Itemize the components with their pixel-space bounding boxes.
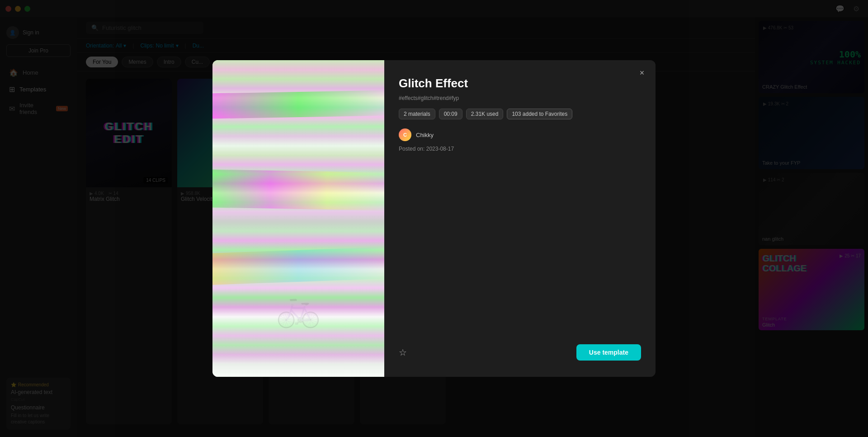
- modal-overlay: 🚲 × Glitch Effect #effects#glitch#trend#…: [0, 0, 868, 437]
- modal-posted: Posted on: 2023-08-17: [399, 146, 641, 152]
- use-template-button[interactable]: Use template: [576, 344, 641, 361]
- modal-preview-image: 🚲: [212, 60, 384, 377]
- modal-title: Glitch Effect: [399, 76, 641, 90]
- modal-preview: 🚲: [212, 60, 384, 377]
- modal-tags: #effects#glitch#trend#fyp: [399, 95, 641, 101]
- modal-content: × Glitch Effect #effects#glitch#trend#fy…: [384, 60, 656, 377]
- materials-badge: 2 materials: [399, 109, 435, 119]
- modal: 🚲 × Glitch Effect #effects#glitch#trend#…: [212, 60, 656, 377]
- color-bar-1: [212, 90, 384, 119]
- favorite-button[interactable]: ☆: [399, 347, 407, 358]
- author-name: Chikky: [416, 132, 434, 138]
- modal-footer: ☆ Use template: [399, 344, 641, 361]
- modal-meta: 2 materials 00:09 2.31K used 103 added t…: [399, 109, 641, 119]
- modal-spacer: [399, 163, 641, 344]
- modal-close-button[interactable]: ×: [636, 66, 648, 79]
- modal-author: C Chikky: [399, 128, 641, 141]
- color-bar-2: [212, 170, 384, 211]
- author-avatar: C: [399, 128, 411, 141]
- subject-icon: 🚲: [276, 287, 321, 329]
- color-bar-3: [212, 247, 384, 285]
- used-badge: 2.31K used: [466, 109, 504, 119]
- favorites-badge: 103 added to Favorites: [507, 109, 572, 119]
- duration-badge: 00:09: [439, 109, 462, 119]
